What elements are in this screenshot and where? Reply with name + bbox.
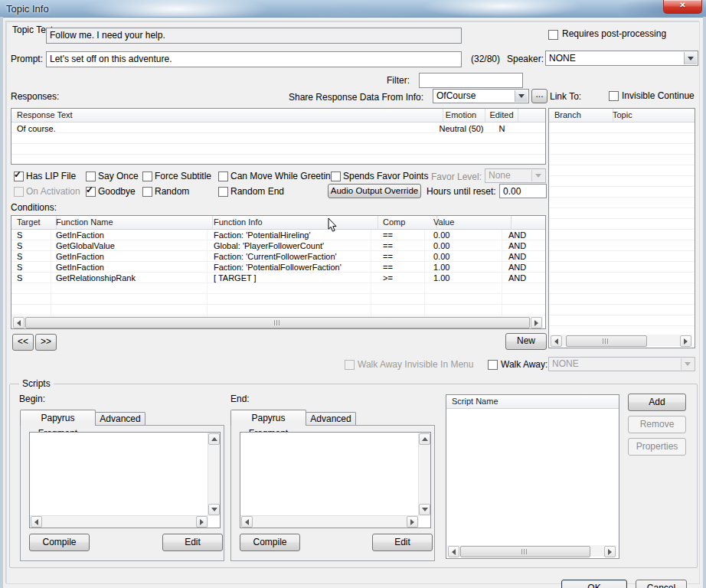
column-branch[interactable]: Branch — [549, 109, 613, 122]
column-script-name[interactable]: Script Name — [446, 395, 605, 408]
scrollbar-thumb[interactable] — [460, 546, 590, 557]
column-function-info[interactable]: Function Info — [207, 216, 378, 229]
scroll-right-arrow[interactable] — [604, 546, 616, 557]
requires-post-processing-label: Requires post-processing — [562, 28, 666, 39]
column-operator[interactable] — [502, 216, 544, 229]
invisible-continue-checkbox[interactable] — [609, 91, 619, 101]
window-title: Topic Info — [6, 3, 49, 15]
begin-label: Begin: — [19, 394, 45, 404]
condition-comp: == — [383, 251, 393, 262]
scroll-right-arrow[interactable] — [407, 516, 418, 528]
scroll-down-arrow[interactable] — [419, 504, 430, 515]
scroll-left-arrow[interactable] — [241, 516, 253, 528]
scroll-up-arrow[interactable] — [208, 433, 220, 445]
share-response-select[interactable]: OfCourse — [433, 89, 529, 103]
horizontal-scrollbar[interactable] — [30, 515, 208, 528]
scrollbar-thumb[interactable] — [25, 317, 530, 328]
hours-until-reset-field[interactable]: 0.00 — [499, 184, 547, 198]
new-condition-button[interactable]: New — [505, 333, 547, 350]
condition-function-info: Faction: 'CurrentFollowerFaction' — [214, 251, 337, 262]
column-edited[interactable]: Edited — [485, 109, 518, 122]
walk-away-select: NONE — [548, 357, 695, 371]
has-lip-file-checkbox[interactable]: ✓ — [14, 172, 24, 181]
scroll-down-arrow[interactable] — [208, 504, 220, 515]
scrollbar-thumb[interactable] — [566, 335, 647, 347]
link-to-header: Branch Topic — [549, 109, 695, 122]
tab-end-advanced[interactable]: Advanced — [306, 412, 356, 426]
close-button[interactable]: ✕ — [663, 0, 702, 14]
column-topic[interactable]: Topic — [607, 109, 694, 122]
can-move-while-greeting-checkbox[interactable] — [218, 172, 228, 181]
end-fragment-textarea[interactable] — [240, 432, 431, 528]
speaker-select[interactable]: NONE — [545, 51, 698, 66]
end-edit-button[interactable]: Edit — [372, 534, 433, 551]
end-compile-button[interactable]: Compile — [240, 534, 300, 551]
begin-compile-button[interactable]: Compile — [29, 534, 90, 551]
prompt-label: Prompt: — [11, 54, 43, 64]
column-emotion[interactable]: Emotion — [437, 109, 485, 122]
cancel-button[interactable]: Cancel — [636, 580, 687, 588]
title-bar[interactable]: Topic Info — [0, 0, 706, 18]
conditions-hscrollbar[interactable] — [12, 316, 543, 328]
spends-favor-points-label: Spends Favor Points — [343, 171, 428, 181]
condition-target: S — [17, 251, 22, 262]
properties-script-button: Properties — [628, 438, 686, 456]
browse-info-button[interactable]: ... — [531, 89, 547, 103]
window-frame-left — [0, 17, 3, 588]
column-function-name[interactable]: Function Name — [51, 216, 213, 229]
hours-until-reset-label: Hours until reset: — [427, 186, 496, 197]
condition-operator: AND — [508, 230, 526, 240]
walk-away-checkbox[interactable] — [488, 360, 498, 370]
scroll-right-arrow[interactable] — [196, 516, 208, 528]
responses-header: Response Text Emotion Edited — [11, 109, 545, 122]
spends-favor-points-checkbox[interactable] — [331, 172, 341, 181]
column-extra[interactable] — [518, 109, 544, 122]
scroll-left-arrow[interactable] — [13, 317, 25, 328]
responses-label: Responses: — [11, 91, 59, 102]
prompt-field[interactable]: Let's set off on this adventure. — [46, 51, 462, 67]
topic-text-field[interactable]: Follow me. I need your help. — [46, 28, 462, 44]
add-script-button[interactable]: Add — [628, 394, 686, 411]
scroll-left-arrow[interactable] — [448, 546, 459, 557]
column-response-text[interactable]: Response Text — [11, 109, 443, 122]
condition-comp: == — [383, 262, 393, 273]
vertical-scrollbar[interactable] — [418, 433, 430, 516]
goodbye-checkbox[interactable]: ✓ — [86, 187, 96, 197]
scroll-up-arrow[interactable] — [419, 433, 430, 445]
tab-begin-advanced[interactable]: Advanced — [95, 412, 145, 426]
say-once-checkbox[interactable] — [86, 172, 96, 181]
force-subtitle-checkbox[interactable] — [142, 172, 152, 181]
column-value[interactable]: Value — [424, 216, 512, 229]
force-subtitle-label: Force Subtitle — [155, 171, 211, 181]
begin-fragment-textarea[interactable] — [29, 432, 221, 528]
scroll-right-arrow[interactable] — [680, 335, 691, 347]
horizontal-scrollbar[interactable] — [240, 515, 419, 528]
chevron-down-icon[interactable] — [515, 90, 528, 102]
scroll-left-arrow[interactable] — [31, 516, 42, 528]
chevron-down-icon[interactable] — [684, 52, 697, 64]
script-list-hscrollbar[interactable] — [447, 545, 616, 557]
scroll-right-arrow[interactable] — [531, 317, 542, 328]
condition-comp: == — [383, 240, 393, 251]
link-to-hscrollbar[interactable] — [550, 335, 692, 346]
begin-edit-button[interactable]: Edit — [162, 534, 223, 551]
random-end-checkbox[interactable] — [218, 187, 228, 197]
next-condition-button[interactable]: >> — [35, 334, 57, 351]
prev-condition-button[interactable]: << — [12, 334, 34, 351]
tab-end-papyrus-fragment[interactable]: Papyrus Fragment — [230, 410, 306, 426]
script-name-list[interactable]: Script Name — [446, 394, 619, 559]
ok-button[interactable]: OK — [561, 580, 627, 588]
vertical-scrollbar[interactable] — [208, 433, 220, 516]
walk-away-invisible-checkbox — [345, 360, 355, 370]
has-lip-file-label: Has LIP File — [26, 171, 76, 181]
requires-post-processing-checkbox[interactable] — [548, 30, 558, 40]
tab-begin-papyrus-fragment[interactable]: Papyrus Fragment — [20, 410, 96, 426]
response-text-cell: Of course. — [17, 123, 56, 134]
condition-operator: AND — [508, 273, 526, 283]
filter-input[interactable] — [419, 73, 523, 88]
can-move-while-greeting-label: Can Move While Greeting — [230, 171, 335, 181]
audio-output-override-button[interactable]: Audio Output Override — [328, 184, 421, 198]
condition-operator: AND — [508, 262, 526, 273]
random-checkbox[interactable] — [142, 187, 152, 197]
scroll-left-arrow[interactable] — [551, 335, 562, 347]
